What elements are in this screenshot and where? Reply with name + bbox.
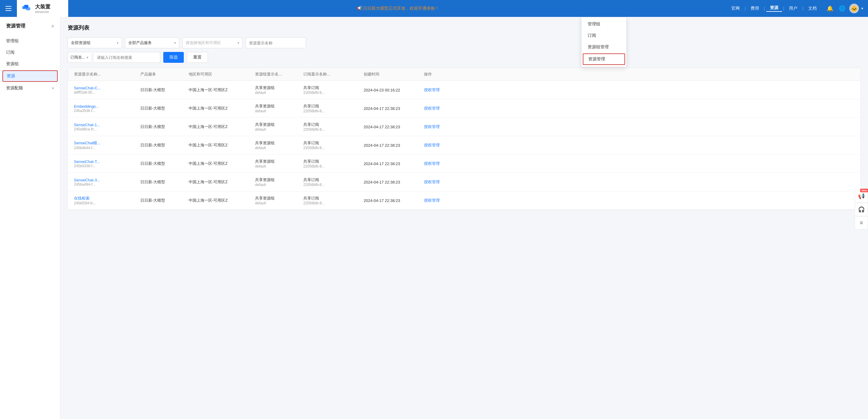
cell-service: 日日新-大模型 — [140, 198, 189, 203]
svg-rect-2 — [26, 7, 30, 10]
cell-rg: 共享资源组default — [255, 85, 303, 95]
cell-name: SenseChat模...245b4b44-f... — [74, 140, 140, 150]
cell-name: 在线检索245bf284-fc... — [74, 196, 140, 205]
nav-item-guanwang[interactable]: 官网 — [728, 6, 743, 11]
cell-action[interactable]: 授权管理 — [424, 198, 454, 203]
sidebar-item-ziyuanpei[interactable]: 资源配额 ▾ — [0, 82, 60, 94]
cell-service: 日日新-大模型 — [140, 106, 189, 111]
dropdown-item-dingyue[interactable]: 订阅 — [582, 30, 626, 41]
resource-group-select[interactable]: 全部资源组 ▾ — [68, 37, 122, 48]
sidebar-item-guanligroup[interactable]: 管理组 — [0, 35, 60, 47]
cell-action[interactable]: 授权管理 — [424, 143, 454, 148]
subscription-search-field[interactable] — [97, 55, 157, 60]
cell-sub: 共享订阅22056bfb-8... — [303, 85, 364, 95]
cell-region: 中国上海一区-可用区Z — [189, 161, 255, 166]
select-arrow-icon: ▾ — [238, 41, 239, 45]
cell-rg: 共享资源组default — [255, 140, 303, 150]
cell-action[interactable]: 授权管理 — [424, 87, 454, 93]
hamburger-button[interactable] — [0, 0, 17, 17]
table-header: 资源显示名称... 产品服务 地区和可用区 资源组显示名... 订阅显示名称..… — [68, 68, 861, 81]
resource-table: 资源显示名称... 产品服务 地区和可用区 资源组显示名... 订阅显示名称..… — [68, 68, 861, 210]
nav-divider: | — [802, 6, 803, 11]
nav-item-feiyong[interactable]: 费用 — [747, 6, 763, 11]
nav-divider: | — [764, 6, 765, 11]
cell-region: 中国上海一区-可用区Z — [189, 106, 255, 111]
bell-icon[interactable]: 🔔 — [825, 4, 835, 13]
sidebar-item-ziyuan[interactable]: 资源 — [2, 70, 58, 82]
region-select[interactable]: 请选择地区和可用区 ▾ — [182, 37, 243, 48]
cell-name: SenseChat-1...245a98ca-fc... — [74, 123, 140, 131]
cell-rg: 共享资源组default — [255, 177, 303, 187]
cell-rg: 共享资源组default — [255, 159, 303, 169]
table-row: 在线检索245bf284-fc... 日日新-大模型 中国上海一区-可用区Z 共… — [68, 191, 861, 210]
list-float-button[interactable]: ≡ — [855, 216, 868, 230]
dropdown-item-guanligroup[interactable]: 管理组 — [582, 19, 626, 30]
cell-region: 中国上海一区-可用区Z — [189, 124, 255, 129]
announcement-float-button[interactable]: New 📢 — [855, 189, 868, 203]
globe-icon[interactable]: 🌐 — [837, 4, 847, 13]
cell-created: 2024-04-17 22:38:23 — [364, 198, 424, 203]
nav-divider: | — [783, 6, 784, 11]
chevron-icon: ▾ — [52, 86, 54, 90]
cell-name: SenseChat-3...245ba494-f... — [74, 178, 140, 186]
cell-created: 2024-04-17 22:38:23 — [364, 143, 424, 148]
nav-item-yonghu[interactable]: 用户 — [785, 6, 801, 11]
cell-rg: 共享资源组default — [255, 103, 303, 113]
table-row: Embeddings...245a3536-f... 日日新-大模型 中国上海一… — [68, 99, 861, 118]
cell-name: Embeddings...245a3536-f... — [74, 104, 140, 113]
col-rg: 资源组显示名... — [255, 71, 303, 77]
col-subscription: 订阅显示名称... — [303, 71, 364, 77]
cell-region: 中国上海一区-可用区Z — [189, 143, 255, 148]
avatar-chevron[interactable]: ▾ — [861, 6, 863, 10]
filter-button[interactable]: 筛选 — [163, 52, 184, 63]
sidebar-item-dingyue[interactable]: 订阅 — [0, 47, 60, 58]
product-service-select[interactable]: 全部产品服务 ▾ — [125, 37, 179, 48]
col-created: 创建时间 — [364, 71, 424, 77]
sidebar-item-ziyuangroup[interactable]: 资源组 — [0, 58, 60, 70]
table-row: SenseChat-1...245a98ca-fc... 日日新-大模型 中国上… — [68, 118, 861, 136]
cell-region: 中国上海一区-可用区Z — [189, 198, 255, 203]
nav-item-wendang[interactable]: 文档 — [805, 6, 820, 11]
cell-created: 2024-04-17 22:38:23 — [364, 125, 424, 129]
tag-arrow-icon: ▾ — [87, 56, 88, 59]
cell-service: 日日新-大模型 — [140, 179, 189, 185]
col-resource-name: 资源显示名称... — [74, 71, 140, 77]
dropdown-item-ziyuan-mgmt[interactable]: 资源管理 — [583, 54, 625, 65]
cell-region: 中国上海一区-可用区Z — [189, 179, 255, 185]
sidebar-title: 资源管理 ≡ — [0, 23, 60, 35]
logo-sub: sensecore — [35, 10, 51, 13]
subscription-search-input[interactable] — [94, 52, 160, 63]
cell-created: 2024-04-17 22:38:23 — [364, 161, 424, 166]
cell-created: 2024-04-17 22:38:23 — [364, 106, 424, 111]
cell-action[interactable]: 授权管理 — [424, 161, 454, 166]
avatar[interactable]: 🐱 — [849, 4, 859, 13]
table-row: SenseChat-C...a8fff2a8-00... 日日新-大模型 中国上… — [68, 81, 861, 99]
subscription-tag-select[interactable]: 订阅名... ▾ — [68, 52, 91, 63]
sidebar-menu-icon[interactable]: ≡ — [51, 24, 54, 29]
resource-name-input[interactable] — [246, 37, 306, 48]
headset-float-button[interactable]: 🎧 — [855, 203, 868, 216]
reset-button[interactable]: 重置 — [187, 52, 208, 63]
col-region: 地区和可用区 — [189, 71, 255, 77]
cell-action[interactable]: 授权管理 — [424, 106, 454, 111]
cell-action[interactable]: 授权管理 — [424, 124, 454, 129]
cell-service: 日日新-大模型 — [140, 124, 189, 129]
cell-sub: 共享订阅22056bfb-8... — [303, 196, 364, 205]
float-right-panel: New 📢 🎧 ≡ — [855, 189, 868, 230]
col-action: 操作 — [424, 71, 454, 77]
nav-item-ziyuan[interactable]: 资源 — [766, 5, 782, 12]
cell-sub: 共享订阅22056bfb-8... — [303, 177, 364, 187]
cell-created: 2024-04-23 00:16:22 — [364, 88, 424, 92]
resource-name-field[interactable] — [249, 41, 303, 45]
table-row: SenseChat-T...245b0338-f... 日日新-大模型 中国上海… — [68, 155, 861, 173]
cell-name: SenseChat-C...a8fff2a8-00... — [74, 86, 140, 94]
cell-sub: 共享订阅22056bfb-8... — [303, 103, 364, 113]
logo-name: 大装置 — [35, 3, 51, 10]
cell-service: 日日新-大模型 — [140, 87, 189, 93]
cell-service: 日日新-大模型 — [140, 161, 189, 166]
cell-action[interactable]: 授权管理 — [424, 179, 454, 185]
content-area: 资源列表 全部资源组 ▾ 全部产品服务 ▾ 请选择地区和可用区 ▾ — [60, 17, 868, 419]
announcement-banner: 📢 日日新大模型正式开放，欢迎开通体验！ — [68, 6, 728, 11]
cell-sub: 共享订阅22056bfb-8... — [303, 122, 364, 131]
dropdown-item-ziyuangroup-mgmt[interactable]: 资源组管理 — [582, 41, 626, 53]
